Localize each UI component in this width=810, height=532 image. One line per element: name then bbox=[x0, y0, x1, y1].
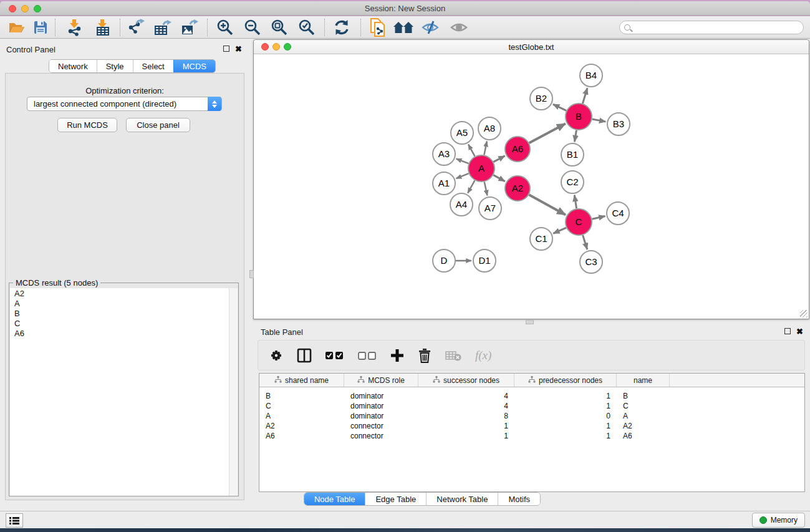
column-header-predecessor-nodes[interactable]: predecessor nodes bbox=[514, 374, 617, 387]
edge-A-A5[interactable] bbox=[468, 144, 475, 156]
graph-node-B[interactable]: B bbox=[566, 104, 592, 130]
horizontal-divider-grip[interactable] bbox=[526, 320, 534, 324]
tab-style[interactable]: Style bbox=[97, 60, 133, 72]
table-cell[interactable]: B bbox=[259, 391, 344, 401]
tab-node-table[interactable]: Node Table bbox=[304, 493, 365, 505]
run-mcds-button[interactable]: Run MCDS bbox=[57, 118, 117, 132]
edge-C-C1[interactable] bbox=[553, 228, 566, 233]
close-table-panel-icon[interactable]: ✖ bbox=[796, 327, 803, 336]
edge-A-A2[interactable] bbox=[493, 175, 505, 181]
table-row[interactable]: A6connector11A6 bbox=[259, 431, 804, 441]
columns-icon[interactable] bbox=[297, 346, 312, 365]
table-cell[interactable]: 1 bbox=[418, 431, 514, 441]
deselect-all-icon[interactable] bbox=[358, 346, 377, 365]
table-cell[interactable]: A2 bbox=[617, 421, 670, 431]
edge-C-C3[interactable] bbox=[583, 235, 587, 249]
table-cell[interactable]: connector bbox=[344, 421, 418, 431]
graph-node-B3[interactable]: B3 bbox=[607, 113, 630, 135]
main-titlebar[interactable]: Session: New Session bbox=[0, 1, 810, 16]
column-header-successor-nodes[interactable]: successor nodes bbox=[418, 374, 514, 387]
graph-node-C4[interactable]: C4 bbox=[607, 202, 629, 225]
table-cell[interactable]: C bbox=[617, 401, 670, 411]
table-cell[interactable]: A bbox=[259, 411, 344, 421]
import-table-icon[interactable] bbox=[92, 18, 113, 37]
function-builder-icon[interactable]: f(x) bbox=[475, 346, 491, 365]
search-input[interactable] bbox=[630, 22, 803, 33]
edge-A-A8[interactable] bbox=[484, 142, 486, 155]
column-header-shared-name[interactable]: shared name bbox=[259, 374, 344, 387]
edge-C-C4[interactable] bbox=[592, 216, 605, 220]
table-cell[interactable]: B bbox=[617, 391, 670, 401]
edge-B-B3[interactable] bbox=[592, 119, 606, 122]
float-panel-icon[interactable] bbox=[223, 46, 229, 52]
table-cell[interactable]: 4 bbox=[418, 391, 514, 401]
edge-A-A3[interactable] bbox=[456, 159, 469, 164]
table-row[interactable]: A2connector11A2 bbox=[259, 421, 804, 431]
tab-network-table[interactable]: Network Table bbox=[426, 493, 498, 505]
graph-node-A[interactable]: A bbox=[468, 155, 494, 181]
edge-B-B4[interactable] bbox=[582, 88, 587, 104]
result-item[interactable]: C bbox=[10, 318, 229, 328]
export-network-icon[interactable] bbox=[125, 18, 147, 37]
import-network-icon[interactable] bbox=[64, 18, 85, 37]
table-cell[interactable]: 0 bbox=[514, 411, 617, 421]
delete-icon[interactable] bbox=[418, 346, 432, 365]
edge-A6-B[interactable] bbox=[529, 123, 566, 143]
table-cell[interactable]: 1 bbox=[514, 391, 617, 401]
show-graphics-icon[interactable] bbox=[448, 18, 470, 37]
graph-node-C1[interactable]: C1 bbox=[530, 228, 552, 250]
tab-mcds[interactable]: MCDS bbox=[173, 60, 215, 72]
home-icon[interactable] bbox=[393, 18, 414, 37]
network-window-titlebar[interactable]: testGlobe.txt bbox=[254, 40, 809, 54]
clone-network-icon[interactable] bbox=[367, 18, 388, 37]
edge-A2-C[interactable] bbox=[529, 195, 566, 215]
table-cell[interactable]: dominator bbox=[344, 391, 418, 401]
graph-node-A1[interactable]: A1 bbox=[433, 172, 455, 195]
graph-node-C3[interactable]: C3 bbox=[580, 251, 602, 273]
table-cell[interactable]: C bbox=[259, 401, 344, 411]
close-panel-button[interactable]: Close panel bbox=[126, 118, 190, 132]
zoom-selected-icon[interactable] bbox=[296, 18, 317, 37]
graph-node-C[interactable]: C bbox=[566, 209, 592, 235]
graph-node-B1[interactable]: B1 bbox=[561, 143, 584, 166]
edge-A-A4[interactable] bbox=[468, 180, 475, 193]
window-resize-grip[interactable] bbox=[800, 310, 808, 317]
table-row[interactable]: Adominator80A bbox=[259, 411, 804, 421]
export-image-icon[interactable] bbox=[179, 18, 200, 37]
graph-node-A7[interactable]: A7 bbox=[479, 197, 501, 220]
edge-C-C2[interactable] bbox=[574, 195, 576, 209]
edge-A-A1[interactable] bbox=[456, 173, 468, 178]
delete-table-icon[interactable] bbox=[445, 346, 461, 365]
edge-B-B1[interactable] bbox=[574, 130, 576, 142]
result-item[interactable]: B bbox=[10, 308, 229, 318]
result-item[interactable]: A6 bbox=[10, 328, 229, 338]
table-row[interactable]: Cdominator41C bbox=[259, 401, 804, 411]
table-cell[interactable]: 1 bbox=[514, 421, 617, 431]
criterion-dropdown[interactable]: largest connected component (directed) bbox=[27, 97, 222, 111]
select-all-icon[interactable] bbox=[325, 346, 344, 365]
table-cell[interactable]: 8 bbox=[418, 411, 514, 421]
close-panel-icon[interactable]: ✖ bbox=[235, 44, 242, 54]
gear-icon[interactable] bbox=[269, 346, 283, 365]
result-item[interactable]: A2 bbox=[10, 288, 229, 298]
graph-node-A8[interactable]: A8 bbox=[478, 117, 501, 140]
memory-button[interactable]: Memory bbox=[752, 513, 805, 528]
hide-network-icon[interactable] bbox=[420, 18, 441, 37]
result-item[interactable]: A bbox=[10, 298, 229, 308]
vertical-divider-grip[interactable] bbox=[249, 270, 254, 278]
float-table-panel-icon[interactable] bbox=[784, 328, 791, 334]
edge-A-A6[interactable] bbox=[493, 156, 504, 162]
task-history-button[interactable] bbox=[6, 513, 23, 528]
table-cell[interactable]: A6 bbox=[259, 431, 344, 441]
graph-node-B4[interactable]: B4 bbox=[580, 64, 602, 87]
graph-node-A3[interactable]: A3 bbox=[433, 143, 455, 165]
table-cell[interactable]: dominator bbox=[344, 401, 418, 411]
zoom-fit-icon[interactable] bbox=[269, 18, 290, 37]
table-cell[interactable]: A6 bbox=[617, 431, 670, 441]
tab-motifs[interactable]: Motifs bbox=[498, 493, 540, 505]
tab-select[interactable]: Select bbox=[133, 60, 173, 72]
search-field[interactable] bbox=[619, 21, 804, 34]
graph-node-B2[interactable]: B2 bbox=[530, 87, 552, 110]
export-table-icon[interactable] bbox=[152, 18, 173, 37]
add-icon[interactable] bbox=[390, 346, 404, 365]
